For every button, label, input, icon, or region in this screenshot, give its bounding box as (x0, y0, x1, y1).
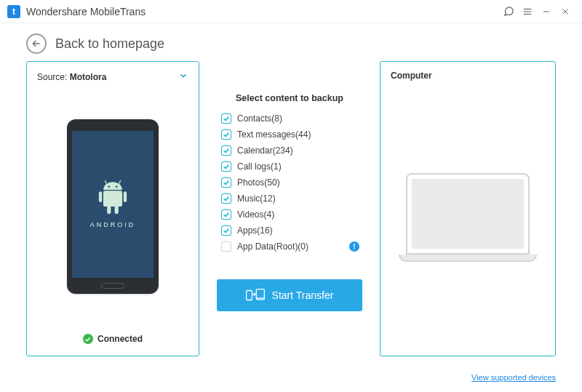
content-item: Call logs(1) (221, 161, 362, 172)
back-button[interactable] (26, 33, 47, 54)
content-item-label: Text messages(44) (237, 129, 311, 140)
content-item-label: Music(12) (237, 193, 276, 204)
supported-devices-link[interactable]: View supported devices (471, 373, 556, 382)
svg-rect-14 (246, 291, 252, 300)
source-device-name: Motolora (70, 72, 107, 82)
content-item: Videos(4) (221, 209, 362, 220)
content-checkbox[interactable] (221, 129, 231, 140)
content-checkbox[interactable] (221, 225, 231, 236)
start-transfer-button[interactable]: Start Transfer (217, 279, 362, 311)
content-list: Contacts(8)Text messages(44)Calendar(234… (217, 113, 362, 257)
content-column: Select content to backup Contacts(8)Text… (217, 61, 362, 356)
android-label: ANDROID (90, 221, 136, 228)
feedback-icon[interactable] (499, 2, 518, 21)
content-item-label: Call logs(1) (237, 161, 282, 172)
content-checkbox[interactable] (221, 241, 231, 252)
android-icon (97, 180, 129, 217)
app-logo-icon: t (7, 5, 20, 18)
source-dropdown-icon[interactable] (178, 71, 188, 83)
content-title: Select content to backup (217, 93, 362, 103)
svg-rect-11 (124, 191, 127, 202)
titlebar: t Wondershare MobileTrans (0, 0, 582, 23)
content-checkbox[interactable] (221, 209, 231, 220)
source-header: Source: Motolora (37, 71, 188, 83)
content-checkbox[interactable] (221, 145, 231, 156)
content-item-label: Contacts(8) (237, 113, 282, 124)
minimize-button[interactable] (537, 2, 556, 21)
content-item-label: Videos(4) (237, 209, 274, 220)
svg-rect-13 (115, 205, 119, 213)
content-item: Contacts(8) (221, 113, 362, 124)
content-item: Text messages(44) (221, 129, 362, 140)
svg-rect-9 (103, 191, 122, 207)
close-button[interactable] (556, 2, 575, 21)
content-item-label: Photos(50) (237, 177, 280, 188)
app-title: Wondershare MobileTrans (26, 6, 146, 17)
info-icon[interactable]: ! (349, 241, 359, 252)
transfer-icon (246, 288, 265, 303)
content-checkbox[interactable] (221, 177, 231, 188)
source-card: Source: Motolora (26, 61, 199, 356)
source-label: Source: Motolora (37, 72, 106, 82)
content-item-label: App Data(Root)(0) (237, 241, 308, 252)
source-prefix: Source: (37, 72, 70, 82)
destination-label: Computer (391, 71, 545, 81)
back-label: Back to homepage (55, 36, 164, 52)
content-item-label: Calendar(234) (237, 145, 293, 156)
content-item-label: Apps(16) (237, 225, 273, 236)
svg-point-7 (108, 185, 110, 188)
destination-card: Computer (380, 61, 556, 356)
connected-status: Connected (37, 334, 188, 344)
content-item: Calendar(234) (221, 145, 362, 156)
svg-point-8 (116, 185, 118, 188)
phone-home-button-icon (101, 283, 124, 289)
content-checkbox[interactable] (221, 161, 231, 172)
content-item: App Data(Root)(0)! (221, 241, 362, 252)
laptop-illustration (391, 88, 545, 347)
content-item: Apps(16) (221, 225, 362, 236)
content-checkbox[interactable] (221, 193, 231, 204)
connected-check-icon (83, 334, 93, 344)
svg-rect-12 (107, 205, 111, 213)
content-checkbox[interactable] (221, 113, 231, 124)
start-transfer-label: Start Transfer (272, 289, 334, 301)
main-panels: Source: Motolora (0, 58, 582, 356)
menu-icon[interactable] (518, 2, 537, 21)
svg-rect-10 (99, 191, 102, 202)
phone-illustration: ANDROID (37, 90, 188, 322)
connected-label: Connected (97, 334, 143, 344)
content-item: Music(12) (221, 193, 362, 204)
back-row: Back to homepage (0, 23, 582, 58)
content-item: Photos(50) (221, 177, 362, 188)
